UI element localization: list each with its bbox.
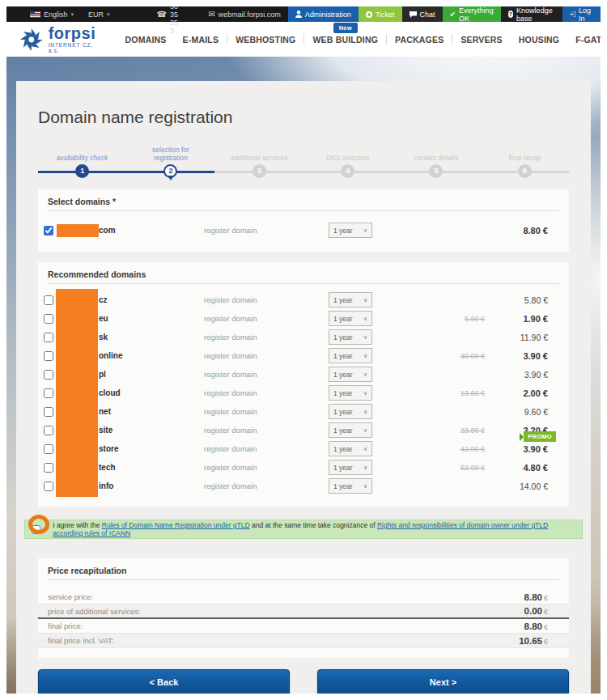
menu-item-servers[interactable]: SERVERS <box>452 35 510 45</box>
page-title: Domain name registration <box>38 81 569 138</box>
menu-item-housing[interactable]: HOUSING <box>511 35 567 45</box>
domain-checkbox-cloud[interactable] <box>44 388 53 398</box>
chevron-down-icon: ∨ <box>363 371 367 378</box>
domain-checkbox-eu[interactable] <box>44 314 53 324</box>
chevron-down-icon: ∨ <box>363 353 367 359</box>
chevron-down-icon: ∨ <box>363 427 367 434</box>
forpsi-brand[interactable]: forpsi INTERNET CZ, a.s. <box>19 25 100 53</box>
period-select-cloud[interactable]: 1 year∨ <box>329 385 372 401</box>
menu-item-web-building-label: WEB BUILDING <box>312 35 378 45</box>
menu-item-webhosting[interactable]: WEBHOSTING <box>227 35 304 45</box>
ticket-button[interactable]: Ticket <box>359 6 402 22</box>
old-price: 42.00 € <box>436 445 485 453</box>
login-label: Log In <box>579 6 593 23</box>
domain-checkbox-online[interactable] <box>44 351 53 361</box>
step-final-recap: final recap 6 <box>481 138 569 178</box>
domain-checkbox-net[interactable] <box>44 407 53 417</box>
brand-name: forpsi <box>49 25 100 41</box>
chat-button[interactable]: Chat <box>402 6 443 22</box>
knowledge-base-label: Knowledge base <box>516 6 555 23</box>
language-selector[interactable]: English ▾ <box>23 11 81 19</box>
domain-row-info: info register domain 1 year∨ 14.00 € <box>38 477 569 495</box>
action-label: register domain <box>204 226 329 235</box>
topbar-left-group: English ▾ EUR ▾ ☎ 38 38 35 35 3 ✉ webmai… <box>6 6 288 22</box>
period-select-net[interactable]: 1 year∨ <box>329 404 372 419</box>
select-domains-heading: Select domains * <box>38 189 569 210</box>
check-icon: ✔ <box>450 11 456 19</box>
step-circle-4: 4 <box>341 164 354 178</box>
final-price-vat-value: 10.65€ <box>519 636 548 646</box>
domain-row-net: net register domain 1 year∨ 9.60 € <box>38 402 569 421</box>
menu-item-fgate[interactable]: F-GATE <box>567 35 601 45</box>
chat-bubble-icon <box>410 11 417 18</box>
step-selection-for-registration[interactable]: selection for registration 2 <box>126 138 214 178</box>
menu-item-emails[interactable]: E-MAILS <box>175 35 227 45</box>
back-button[interactable]: < Back <box>38 669 290 694</box>
period-select-com[interactable]: 1 year ∨ <box>329 223 372 238</box>
chevron-down-icon: ∨ <box>363 446 367 452</box>
chevron-down-icon: ∨ <box>363 297 367 303</box>
old-price: 30.00 € <box>436 352 485 360</box>
period-select-cz[interactable]: 1 year∨ <box>329 292 372 308</box>
step-dns-selection: DNS selection 4 <box>304 138 392 178</box>
redacted-domain-name <box>57 224 99 237</box>
domain-row-pl: pl register domain 1 year∨ 3.90 € <box>38 365 569 384</box>
menu-item-web-building[interactable]: New WEB BUILDING <box>304 35 386 45</box>
domain-checkbox-info[interactable] <box>44 482 53 491</box>
period-select-pl[interactable]: 1 year∨ <box>329 367 372 382</box>
period-select-store[interactable]: 1 year∨ <box>329 441 372 456</box>
phone-icon: ☎ <box>157 11 167 19</box>
menu: DOMAINS E-MAILS WEBHOSTING New WEB BUILD… <box>117 34 601 45</box>
new-badge: New <box>333 23 358 33</box>
menu-item-packages[interactable]: PACKAGES <box>387 35 452 45</box>
person-icon <box>295 11 302 18</box>
knowledge-base-button[interactable]: ? Knowledge base <box>501 6 562 22</box>
currency-selector[interactable]: EUR ▾ <box>81 11 117 19</box>
status-button[interactable]: ✔ Everything OK <box>443 6 501 22</box>
domain-checkbox-cz[interactable] <box>44 295 53 305</box>
recap-row-final-price: final price: 8.80€ <box>38 619 569 634</box>
webmail-link[interactable]: ✉ webmail.forpsi.com <box>201 11 287 19</box>
additional-services-value: 0.00€ <box>524 606 548 616</box>
price: 8.80 € <box>499 226 548 235</box>
domain-checkbox-store[interactable] <box>44 444 53 454</box>
domain-row-tech: tech register domain 1 year∨ 52.00 € 4.8… <box>38 458 569 477</box>
envelope-icon: ✉ <box>208 11 214 19</box>
domain-checkbox-pl[interactable] <box>44 370 53 380</box>
brand-subtitle: INTERNET CZ, a.s. <box>49 43 100 53</box>
currency-label: EUR <box>88 11 104 19</box>
administration-label: Administration <box>305 11 351 19</box>
price: 14.00 € <box>499 482 548 491</box>
period-select-tech[interactable]: 1 year∨ <box>329 460 372 475</box>
step-circle-5: 5 <box>429 164 443 178</box>
period-select-eu[interactable]: 1 year∨ <box>329 311 372 326</box>
step-availability-check[interactable]: availability check 1 <box>38 138 126 178</box>
domain-checkbox-com[interactable] <box>44 226 53 235</box>
price: 5.80 € <box>499 295 548 305</box>
domain-row-site: site register domain 1 year∨ 23.00 € 3.2… <box>38 421 569 439</box>
step-contact-details: contact details 5 <box>392 138 480 178</box>
next-button[interactable]: Next > <box>317 669 569 694</box>
period-select-online[interactable]: 1 year∨ <box>329 348 372 363</box>
old-price: 23.00 € <box>436 426 485 435</box>
administration-button[interactable]: Administration <box>288 6 359 22</box>
annotation-circle <box>28 515 49 534</box>
period-select-info[interactable]: 1 year∨ <box>329 478 372 494</box>
domain-row-store: store register domain 1 year∨ PROMO 42.0… <box>38 439 569 458</box>
forpsi-logo-icon <box>19 26 44 53</box>
topbar-right-group: Administration Ticket Chat ✔ Everything … <box>288 6 601 22</box>
login-button[interactable]: Log In <box>562 6 601 22</box>
recommended-rows: cz register domain 1 year∨ 5.80 € eu reg… <box>38 284 569 507</box>
webmail-label: webmail.forpsi.com <box>219 11 281 19</box>
domain-checkbox-tech[interactable] <box>44 463 53 473</box>
rules-link[interactable]: Rules of Domain Name Registration under … <box>102 521 250 529</box>
phone-number: 38 38 35 35 3 <box>170 6 182 35</box>
domain-checkbox-sk[interactable] <box>44 333 53 342</box>
period-select-sk[interactable]: 1 year∨ <box>329 329 372 345</box>
domain-checkbox-site[interactable] <box>44 426 53 435</box>
period-select-site[interactable]: 1 year∨ <box>329 422 372 438</box>
select-domains-section: Select domains * com register domain 1 y… <box>38 189 569 252</box>
menu-item-domains[interactable]: DOMAINS <box>117 35 175 45</box>
wizard-footer: < Back Next > <box>38 669 569 694</box>
domain-row-cz: cz register domain 1 year∨ 5.80 € <box>38 291 569 309</box>
